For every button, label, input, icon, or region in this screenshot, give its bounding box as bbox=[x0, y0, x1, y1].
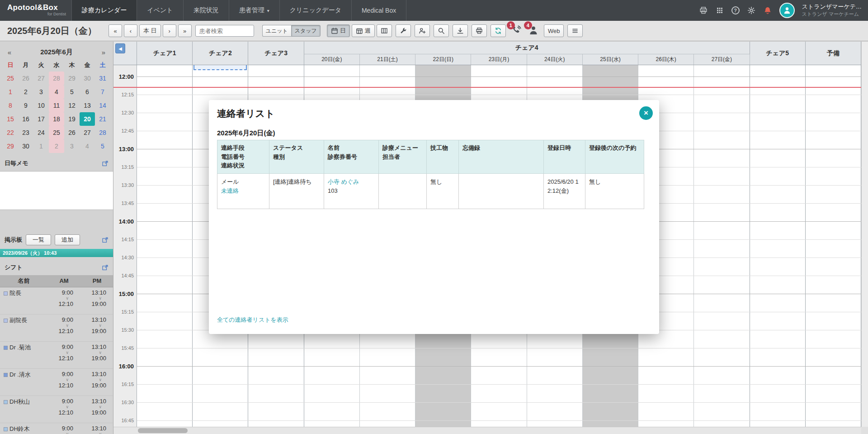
minical-day[interactable]: 13 bbox=[80, 99, 95, 112]
minical-day[interactable]: 21 bbox=[95, 112, 110, 126]
list-menu-button[interactable] bbox=[567, 24, 583, 37]
patient-search-input[interactable] bbox=[195, 25, 254, 37]
bell-icon[interactable] bbox=[763, 6, 772, 15]
web-booking-button[interactable]: Web bbox=[544, 24, 564, 37]
refresh-button[interactable] bbox=[491, 24, 506, 37]
first-day-button[interactable]: « bbox=[108, 24, 122, 37]
minical-day[interactable]: 3 bbox=[64, 139, 80, 153]
popout-icon[interactable] bbox=[102, 160, 108, 167]
collapse-sidebar-button[interactable]: ◀ bbox=[115, 43, 125, 53]
minical-day[interactable]: 5 bbox=[64, 85, 80, 99]
minical-day[interactable]: 29 bbox=[64, 72, 80, 85]
minical-day[interactable]: 2 bbox=[49, 139, 64, 153]
day-view-button[interactable]: 日 bbox=[327, 24, 350, 37]
avatar[interactable] bbox=[779, 3, 795, 18]
minical-day[interactable]: 30 bbox=[18, 139, 33, 153]
minical-day[interactable]: 19 bbox=[64, 112, 80, 126]
gear-icon[interactable] bbox=[747, 6, 756, 15]
minical-day[interactable]: 9 bbox=[18, 99, 33, 112]
contact-link[interactable]: 小寺 めぐみ bbox=[328, 177, 375, 186]
minical-day[interactable]: 14 bbox=[95, 99, 110, 112]
calendar-column[interactable] bbox=[137, 65, 193, 427]
nav-item-events[interactable]: イベント bbox=[137, 0, 183, 21]
staff-button[interactable]: スタッフ bbox=[291, 25, 321, 37]
search-button[interactable] bbox=[434, 24, 449, 37]
minical-day[interactable]: 11 bbox=[49, 99, 64, 112]
add-patient-button[interactable] bbox=[415, 24, 430, 37]
phone-calls-button[interactable]: 1 bbox=[511, 25, 521, 37]
minical-next-button[interactable]: » bbox=[99, 48, 108, 56]
unit-button[interactable]: ユニット bbox=[262, 25, 291, 37]
scrollbar-thumb[interactable] bbox=[138, 428, 188, 433]
date-header[interactable]: 24日(火) bbox=[527, 54, 583, 65]
minical-day[interactable]: 17 bbox=[33, 112, 49, 126]
split-view-button[interactable] bbox=[377, 24, 392, 37]
minical-day[interactable]: 4 bbox=[49, 85, 64, 99]
minical-day[interactable]: 27 bbox=[33, 72, 49, 85]
show-all-contacts-link[interactable]: 全ての連絡者リストを表示 bbox=[217, 316, 288, 324]
prev-day-button[interactable]: ‹ bbox=[124, 24, 137, 37]
minical-day[interactable]: 29 bbox=[3, 139, 18, 153]
minical-day[interactable]: 3 bbox=[33, 85, 49, 99]
minical-day[interactable]: 10 bbox=[33, 99, 49, 112]
minical-day[interactable]: 22 bbox=[3, 126, 18, 139]
minical-day[interactable]: 24 bbox=[33, 126, 49, 139]
minical-day[interactable]: 8 bbox=[3, 99, 18, 112]
checkin-patients-button[interactable]: 4 bbox=[528, 25, 538, 37]
minical-day[interactable]: 28 bbox=[49, 72, 64, 85]
horizontal-scrollbar[interactable] bbox=[113, 427, 861, 434]
minical-day[interactable]: 2 bbox=[18, 85, 33, 99]
date-header[interactable]: 25日(水) bbox=[583, 54, 638, 65]
minical-day[interactable]: 26 bbox=[64, 126, 80, 139]
appointment-fragment[interactable] bbox=[193, 65, 247, 70]
date-header[interactable]: 20日(金) bbox=[304, 54, 360, 65]
date-header[interactable]: 23日(月) bbox=[471, 54, 527, 65]
daily-memo-box[interactable] bbox=[0, 171, 113, 210]
nav-item-calendar[interactable]: 診療カレンダー bbox=[71, 0, 137, 21]
print-button[interactable] bbox=[472, 24, 487, 37]
nav-item-clinic-data[interactable]: クリニックデータ bbox=[279, 0, 351, 21]
board-entry[interactable]: 2023/09/26（火） 10:43 bbox=[0, 249, 113, 257]
fax-icon[interactable] bbox=[699, 6, 708, 15]
nav-item-visit-status[interactable]: 来院状況 bbox=[183, 0, 229, 21]
minical-day[interactable]: 31 bbox=[95, 72, 110, 85]
minical-prev-button[interactable]: « bbox=[5, 48, 14, 56]
calendar-column[interactable] bbox=[806, 65, 861, 427]
minical-day[interactable]: 25 bbox=[49, 126, 64, 139]
minical-day[interactable]: 6 bbox=[80, 85, 95, 99]
minical-day[interactable]: 28 bbox=[95, 126, 110, 139]
calendar-column[interactable] bbox=[750, 65, 806, 427]
minical-day[interactable]: 15 bbox=[3, 112, 18, 126]
minical-day[interactable]: 7 bbox=[95, 85, 110, 99]
minical-day[interactable]: 23 bbox=[18, 126, 33, 139]
minical-day[interactable]: 5 bbox=[95, 139, 110, 153]
popout-icon[interactable] bbox=[102, 237, 108, 243]
minical-day[interactable]: 26 bbox=[18, 72, 33, 85]
vertical-scrollbar[interactable] bbox=[861, 42, 868, 427]
today-button[interactable]: 本 日 bbox=[139, 24, 161, 37]
date-header[interactable]: 22日(日) bbox=[415, 54, 471, 65]
minical-day[interactable]: 20 bbox=[80, 112, 95, 126]
nav-item-medical-box[interactable]: Medical Box bbox=[351, 0, 406, 21]
minical-day[interactable]: 12 bbox=[64, 99, 80, 112]
nav-item-patients[interactable]: 患者管理▾ bbox=[229, 0, 279, 21]
minical-day[interactable]: 1 bbox=[3, 85, 18, 99]
minical-day[interactable]: 30 bbox=[80, 72, 95, 85]
popout-icon[interactable] bbox=[102, 264, 108, 271]
calendar-column[interactable] bbox=[694, 65, 750, 427]
next-day-button[interactable]: › bbox=[163, 24, 176, 37]
close-icon[interactable]: × bbox=[639, 106, 653, 120]
minical-day[interactable]: 4 bbox=[80, 139, 95, 153]
minical-day[interactable]: 1 bbox=[33, 139, 49, 153]
contact-link[interactable]: 未連絡 bbox=[221, 186, 265, 196]
minical-day[interactable]: 27 bbox=[80, 126, 95, 139]
date-header[interactable]: 26日(木) bbox=[638, 54, 694, 65]
app-logo[interactable]: Apotool&Box for Dentist bbox=[0, 0, 67, 21]
week-view-button[interactable]: 週 bbox=[352, 24, 375, 37]
last-day-button[interactable]: » bbox=[178, 24, 192, 37]
settings-button[interactable] bbox=[396, 24, 411, 37]
date-header[interactable]: 21日(土) bbox=[360, 54, 415, 65]
user-info[interactable]: ストランザマーケテ… ストランザ マーケチーム bbox=[802, 3, 862, 17]
minical-day[interactable]: 25 bbox=[3, 72, 18, 85]
date-header[interactable]: 27日(金) bbox=[694, 54, 750, 65]
